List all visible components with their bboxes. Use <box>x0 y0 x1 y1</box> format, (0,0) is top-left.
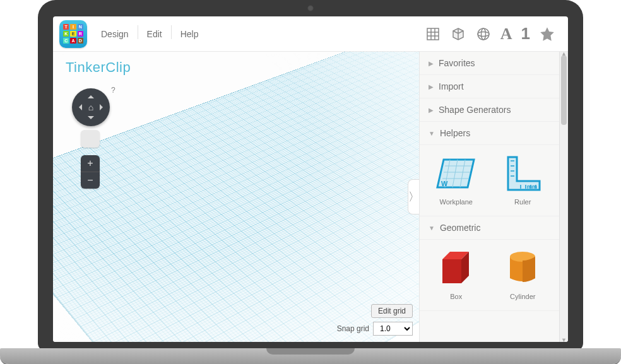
zoom-out-button[interactable]: − <box>81 172 100 189</box>
menu-design[interactable]: Design <box>92 25 138 43</box>
section-shape-generators[interactable]: ▶Shape Generators <box>420 98 559 122</box>
app: TIN KER CAD Design Edit Help <box>53 16 568 342</box>
canvas[interactable]: TinkerClip ? ⌂ + − <box>53 52 419 342</box>
menu-help[interactable]: Help <box>172 25 208 43</box>
shape-cylinder[interactable]: Cylinder <box>494 246 552 300</box>
section-favorites[interactable]: ▶Favorites <box>420 52 559 75</box>
number-1-icon[interactable]: 1 <box>521 26 530 42</box>
shape-box[interactable]: Box <box>427 246 485 300</box>
sidebar-scrollbar[interactable]: ▲ ▼ <box>559 52 568 342</box>
main-menu: Design Edit Help <box>92 25 208 43</box>
workplane-grid[interactable] <box>53 52 419 342</box>
chevron-right-icon: ▶ <box>429 83 434 90</box>
shape-label: Workplane <box>440 198 473 206</box>
toolbar-icons: A 1 <box>425 26 562 42</box>
section-label: Helpers <box>440 128 470 138</box>
ruler-thumb: mm <box>498 151 547 194</box>
section-label: Import <box>439 81 464 91</box>
geometric-body: Box Cylinder <box>420 240 559 311</box>
shapes-panel: ▶Favorites ▶Import ▶Shape Generators ▼He… <box>419 52 568 342</box>
chevron-right-icon: ▶ <box>429 60 434 67</box>
laptop-notch <box>266 348 355 355</box>
panel-collapse-handle[interactable]: 〉 <box>408 179 419 214</box>
section-import[interactable]: ▶Import <box>420 75 559 98</box>
tinkercad-logo[interactable]: TIN KER CAD <box>59 20 87 48</box>
snap-grid-select[interactable]: 1.0 <box>373 322 413 336</box>
grid-icon[interactable] <box>425 26 441 42</box>
laptop-frame: TIN KER CAD Design Edit Help <box>38 0 583 351</box>
chevron-down-icon: ▼ <box>429 225 435 232</box>
cylinder-thumb <box>498 246 547 289</box>
svg-point-3 <box>481 28 485 40</box>
section-helpers[interactable]: ▼Helpers <box>420 122 559 145</box>
shape-label: Ruler <box>514 198 531 206</box>
fit-view-button[interactable] <box>81 130 100 148</box>
project-title: TinkerClip <box>66 59 131 76</box>
section-label: Favorites <box>439 58 475 68</box>
view-orbit[interactable]: ⌂ <box>72 88 110 126</box>
shape-label: Cylinder <box>510 293 535 300</box>
help-hint: ? <box>111 86 115 95</box>
svg-point-1 <box>478 28 489 40</box>
topbar: TIN KER CAD Design Edit Help <box>53 16 568 52</box>
helper-ruler[interactable]: mm Ruler <box>494 151 552 206</box>
orbit-right-icon[interactable] <box>100 104 106 110</box>
cube-icon[interactable] <box>450 26 466 42</box>
zoom-controls: + − <box>81 155 100 189</box>
workplane-thumb: W <box>432 151 481 194</box>
home-icon[interactable]: ⌂ <box>88 102 93 112</box>
box-thumb <box>432 246 481 289</box>
letter-a-icon[interactable]: A <box>500 26 512 42</box>
snap-grid-label: Snap grid <box>337 324 369 333</box>
edit-grid-button[interactable]: Edit grid <box>371 304 413 318</box>
scroll-down-icon[interactable]: ▼ <box>560 337 568 342</box>
scrollbar-thumb[interactable] <box>561 56 567 125</box>
svg-rect-0 <box>427 28 439 40</box>
orbit-down-icon[interactable] <box>88 116 94 122</box>
camera-dot <box>307 5 314 11</box>
grid-controls: Edit grid Snap grid 1.0 <box>337 304 413 336</box>
laptop-base <box>0 348 621 364</box>
svg-text:mm: mm <box>527 184 537 190</box>
chevron-right-icon: ▶ <box>429 107 434 114</box>
section-geometric[interactable]: ▼Geometric <box>420 216 559 240</box>
shape-label: Box <box>450 293 462 300</box>
screen: TIN KER CAD Design Edit Help <box>53 16 568 342</box>
chevron-down-icon: ▼ <box>429 130 435 137</box>
svg-point-2 <box>478 32 489 36</box>
zoom-in-button[interactable]: + <box>81 155 100 172</box>
workspace: TinkerClip ? ⌂ + − <box>53 52 568 342</box>
orbit-up-icon[interactable] <box>88 92 94 98</box>
orbit-left-icon[interactable] <box>76 104 82 110</box>
helpers-body: W Workplane <box>420 145 559 216</box>
section-label: Geometric <box>440 223 481 233</box>
badge-w: W <box>441 180 448 187</box>
helper-workplane[interactable]: W Workplane <box>427 151 485 206</box>
sphere-icon[interactable] <box>475 26 492 42</box>
menu-edit[interactable]: Edit <box>138 25 171 43</box>
star-icon[interactable] <box>539 26 555 42</box>
section-label: Shape Generators <box>439 105 511 115</box>
